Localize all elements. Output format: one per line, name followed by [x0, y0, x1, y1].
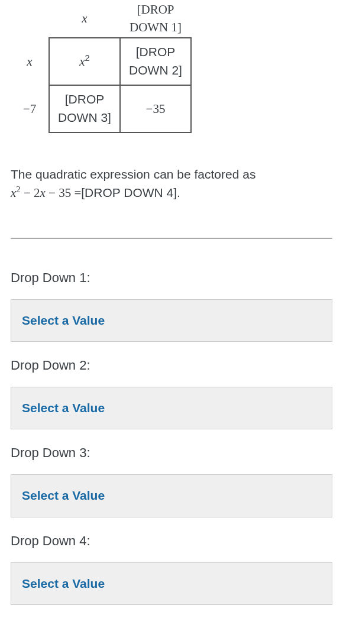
dropdown-3[interactable]: Select a Value: [11, 474, 332, 517]
intro-text: The quadratic expression can be factored…: [11, 167, 255, 181]
row-head-1: x: [11, 38, 49, 85]
dropdown-4[interactable]: Select a Value: [11, 562, 332, 605]
eq-mid: − 2: [21, 186, 40, 200]
cell-r1c2: [DROP DOWN 2]: [120, 38, 191, 85]
eq-end: .: [177, 186, 180, 199]
question-body: x [DROP DOWN 1] x x2 [DROP DOWN 2] −7 [D…: [0, 0, 343, 623]
cell-r2c1-text: [DROP DOWN 3]: [50, 88, 119, 129]
dropdown-2-label: Drop Down 2:: [11, 356, 332, 375]
eq-x1: x: [11, 186, 16, 200]
cell-r1c1: x2: [49, 38, 120, 85]
dropdown-2[interactable]: Select a Value: [11, 387, 332, 429]
eq-x2: x: [40, 186, 46, 200]
cell-r1c1-exp: 2: [85, 53, 90, 63]
table-corner: [11, 0, 49, 38]
section-divider: [11, 238, 332, 239]
cell-r1c2-text: [DROP DOWN 2]: [121, 41, 190, 82]
cell-r2c2-text: −35: [121, 98, 190, 120]
col-head-2: [DROP DOWN 1]: [120, 0, 191, 38]
col-head-1: x: [49, 0, 120, 38]
equation: x2 − 2x − 35 =[DROP DOWN 4].: [11, 186, 180, 200]
eq-tail: − 35 =: [46, 186, 81, 200]
cell-r1c1-var: x: [79, 54, 85, 69]
cell-r2c1: [DROP DOWN 3]: [49, 85, 120, 132]
eq-slot: [DROP DOWN 4]: [81, 186, 177, 199]
cell-r2c2: −35: [120, 85, 191, 132]
factor-box-table: x [DROP DOWN 1] x x2 [DROP DOWN 2] −7 [D…: [11, 0, 192, 133]
eq-exp: 2: [16, 185, 20, 194]
dropdown-1[interactable]: Select a Value: [11, 299, 332, 342]
dropdown-3-label: Drop Down 3:: [11, 444, 332, 462]
dropdown-1-label: Drop Down 1:: [11, 268, 332, 287]
row-head-2: −7: [11, 85, 49, 132]
dropdown-4-label: Drop Down 4:: [11, 532, 332, 551]
question-prose: The quadratic expression can be factored…: [11, 166, 332, 202]
